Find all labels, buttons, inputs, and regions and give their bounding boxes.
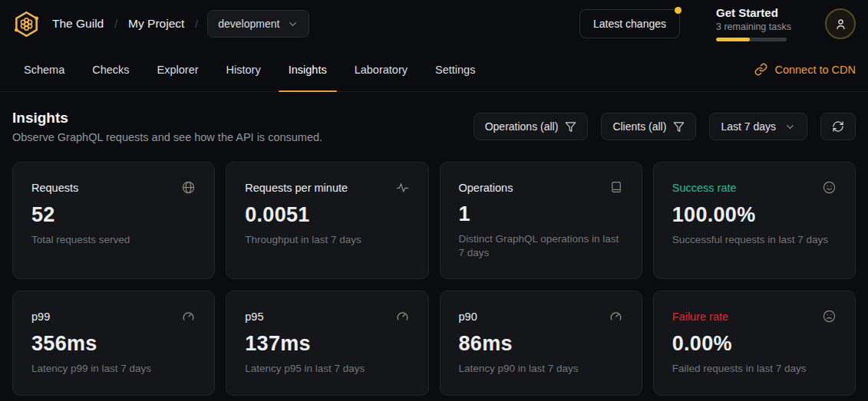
breadcrumb-project[interactable]: My Project — [128, 17, 184, 31]
stat-card-title: p95 — [245, 309, 263, 323]
stat-card-value: 0.00% — [672, 332, 837, 356]
clients-filter-button[interactable]: Clients (all) — [601, 113, 696, 140]
filter-icon — [673, 121, 685, 133]
stat-card-value: 100.00% — [672, 203, 837, 227]
breadcrumb-separator: / — [114, 18, 117, 30]
date-range-dropdown[interactable]: Last 7 days — [709, 113, 807, 140]
stat-card-description: Failed requests in last 7 days — [672, 362, 837, 376]
person-icon — [833, 17, 848, 31]
stat-card-requests-per-minute: Requests per minute 0.0051 Throughput in… — [226, 162, 428, 279]
chevron-down-icon — [287, 18, 299, 30]
tab-settings[interactable]: Settings — [424, 48, 487, 91]
stat-card-value: 1 — [459, 202, 623, 226]
stat-card-p95: p95 137ms Latency p95 in last 7 days — [226, 291, 428, 395]
get-started-subtitle: 3 remaining tasks — [716, 21, 793, 32]
refresh-button[interactable] — [820, 113, 856, 140]
stat-cards-grid: Requests 52 Total requests served Reques… — [12, 162, 856, 396]
insights-page: Insights Observe GraphQL requests and se… — [0, 92, 868, 396]
smile-icon — [822, 180, 837, 195]
nav-tabs: Schema Checks Explorer History Insights … — [12, 48, 491, 91]
latest-changes-button[interactable]: Latest changes — [579, 9, 680, 38]
page-title: Insights — [12, 110, 322, 127]
stat-card-description: Latency p90 in last 7 days — [459, 362, 623, 376]
filter-icon — [565, 121, 576, 133]
book-icon — [609, 180, 623, 194]
stat-card-title: p99 — [31, 309, 50, 323]
get-started-panel[interactable]: Get Started 3 remaining tasks — [716, 6, 793, 41]
globe-icon — [181, 180, 196, 195]
stat-card-title: Requests — [31, 180, 78, 194]
stat-card-title: p90 — [459, 309, 477, 323]
stat-card-description: Throughput in last 7 days — [245, 233, 409, 247]
stat-card-p99: p99 356ms Latency p99 in last 7 days — [12, 291, 215, 395]
filter-toolbar: Operations (all) Clients (all) Last 7 da… — [474, 113, 856, 140]
connect-to-cdn-label: Connect to CDN — [774, 64, 856, 76]
stat-card-value: 356ms — [31, 332, 196, 356]
link-icon — [754, 63, 767, 76]
stat-card-description: Latency p99 in last 7 days — [31, 362, 196, 376]
refresh-icon — [832, 120, 844, 133]
gauge-icon — [395, 309, 410, 324]
user-avatar[interactable] — [825, 8, 856, 39]
breadcrumb-org[interactable]: The Guild — [52, 17, 104, 31]
tab-checks[interactable]: Checks — [81, 48, 140, 91]
breadcrumb-separator: / — [195, 18, 198, 30]
tab-explorer[interactable]: Explorer — [146, 48, 210, 91]
top-header: The Guild / My Project / development Lat… — [0, 0, 868, 48]
stat-card-success-rate: Success rate 100.00% Successful requests… — [653, 162, 856, 279]
stat-card-title: Failure rate — [672, 309, 728, 323]
operations-filter-button[interactable]: Operations (all) — [474, 113, 589, 140]
nav-bar: Schema Checks Explorer History Insights … — [0, 48, 868, 92]
get-started-progress — [716, 38, 787, 41]
stat-card-requests: Requests 52 Total requests served — [12, 162, 215, 279]
stat-card-description: Total requests served — [31, 233, 196, 247]
stat-card-title: Success rate — [672, 180, 737, 194]
stat-card-value: 52 — [31, 203, 196, 227]
stat-card-failure-rate: Failure rate 0.00% Failed requests in la… — [653, 291, 856, 395]
get-started-title: Get Started — [716, 6, 793, 19]
hive-logo-icon[interactable] — [12, 10, 41, 38]
notification-dot — [675, 7, 682, 14]
stat-card-operations: Operations 1 Distinct GraphQL operations… — [440, 162, 642, 279]
tab-insights[interactable]: Insights — [277, 48, 338, 91]
tab-history[interactable]: History — [215, 48, 272, 91]
chevron-down-icon — [784, 121, 796, 133]
tab-laboratory[interactable]: Laboratory — [343, 48, 419, 91]
activity-icon — [395, 180, 410, 195]
stat-card-title: Requests per minute — [245, 180, 348, 194]
section-title-block: Insights Observe GraphQL requests and se… — [12, 110, 322, 143]
page-subtitle: Observe GraphQL requests and see how the… — [12, 131, 322, 143]
tab-schema[interactable]: Schema — [12, 48, 76, 91]
stat-card-description: Latency p95 in last 7 days — [245, 362, 409, 376]
target-selector-value: development — [218, 18, 279, 30]
stat-card-description: Successful requests in last 7 days — [672, 233, 837, 247]
stat-card-description: Distinct GraphQL operations in last 7 da… — [459, 232, 623, 260]
frown-icon — [822, 309, 837, 324]
stat-card-title: Operations — [459, 180, 513, 194]
stat-card-p90: p90 86ms Latency p90 in last 7 days — [440, 291, 642, 395]
stat-card-value: 0.0051 — [245, 203, 409, 227]
gauge-icon — [181, 309, 196, 324]
target-selector-dropdown[interactable]: development — [207, 10, 309, 38]
connect-to-cdn-link[interactable]: Connect to CDN — [754, 48, 856, 91]
get-started-progress-fill — [716, 38, 750, 41]
stat-card-value: 86ms — [459, 332, 623, 356]
gauge-icon — [609, 309, 623, 324]
stat-card-value: 137ms — [245, 332, 409, 356]
breadcrumb: The Guild / My Project / — [52, 17, 198, 31]
